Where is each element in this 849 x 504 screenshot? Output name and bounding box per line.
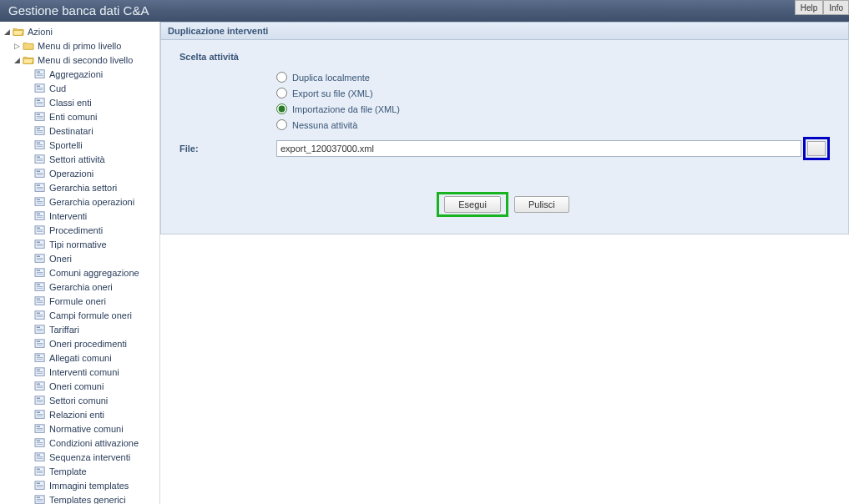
form-icon [33, 253, 47, 265]
button-row: Esegui Pulisci [179, 192, 830, 217]
esegui-button[interactable]: Esegui [444, 196, 501, 213]
sidebar-item-comuni-aggregazione[interactable]: Comuni aggregazione [0, 265, 159, 280]
form-icon [33, 494, 47, 505]
svg-rect-57 [37, 270, 40, 270]
sidebar-item-campi-formule-oneri[interactable]: Campi formule oneri [0, 308, 159, 322]
svg-rect-10 [37, 102, 43, 103]
sidebar-item-label: Normative comuni [49, 424, 158, 434]
file-row: File: [179, 137, 830, 160]
form-icon [33, 381, 47, 392]
sidebar-item-label: Aggregazioni [49, 69, 158, 79]
svg-rect-90 [37, 386, 43, 386]
sidebar-item-label: Sequenza interventi [49, 452, 158, 462]
sidebar-item-enti-comuni[interactable]: Enti comuni [0, 109, 159, 123]
sidebar-item-tariffari[interactable]: Tariffari [0, 322, 159, 336]
sidebar-item-tipi-normative[interactable]: Tipi normative [0, 237, 159, 251]
sidebar-item-formule-oneri[interactable]: Formule oneri [0, 294, 159, 308]
svg-rect-109 [37, 454, 40, 455]
sidebar-item-relazioni-enti[interactable]: Relazioni enti [0, 407, 159, 421]
sidebar-item-allegati-comuni[interactable]: Allegati comuni [0, 350, 159, 365]
file-input[interactable] [276, 140, 801, 157]
radio-label: Export su file (XML) [292, 88, 373, 98]
svg-rect-66 [37, 300, 43, 301]
radio-input[interactable] [276, 72, 287, 83]
sidebar-item-gerarchia-oneri[interactable]: Gerarchia oneri [0, 280, 159, 294]
svg-rect-43 [37, 216, 43, 217]
radio-input[interactable] [276, 88, 287, 98]
radio-export-xml[interactable]: Export su file (XML) [276, 88, 830, 98]
sidebar-item-cud[interactable]: Cud [0, 81, 159, 95]
svg-rect-105 [37, 440, 40, 441]
svg-rect-83 [37, 358, 43, 359]
sidebar-item-settori-comuni[interactable]: Settori comuni [0, 393, 159, 407]
radio-input[interactable] [276, 103, 287, 114]
svg-rect-13 [37, 113, 40, 114]
svg-rect-2 [37, 73, 43, 74]
sidebar-item-immagini-templates[interactable]: Immagini templates [0, 478, 159, 492]
svg-rect-17 [37, 128, 40, 129]
tree-menu-secondo-livello[interactable]: ◢ Menu di secondo livello [0, 53, 159, 67]
tree-menu-primo-livello[interactable]: ▷ Menu di primo livello [0, 38, 159, 53]
titlebar-buttons: Help Info [795, 0, 849, 18]
sidebar-item-label: Cud [49, 83, 158, 93]
sidebar-item-operazioni[interactable]: Operazioni [0, 166, 159, 180]
expand-icon[interactable]: ▷ [12, 42, 22, 50]
radio-nessuna-attivita[interactable]: Nessuna attività [276, 119, 830, 130]
svg-rect-89 [37, 383, 40, 384]
svg-rect-86 [37, 371, 43, 372]
highlight-esegui: Esegui [437, 192, 508, 217]
form-icon [33, 395, 47, 406]
svg-rect-31 [37, 174, 43, 174]
collapse-icon[interactable]: ◢ [12, 56, 22, 64]
form-icon [33, 168, 47, 179]
folder-icon [22, 40, 35, 52]
sidebar-item-procedimenti[interactable]: Procedimenti [0, 223, 159, 237]
sidebar-item-interventi[interactable]: Interventi [0, 209, 159, 223]
radio-duplica-localmente[interactable]: Duplica localmente [276, 72, 830, 83]
sidebar-item-normative-comuni[interactable]: Normative comuni [0, 421, 159, 436]
svg-rect-46 [37, 229, 43, 230]
panel-body: Scelta attività Duplica localmente Expor… [160, 40, 849, 234]
tree-label: Menu di primo livello [38, 41, 158, 51]
sidebar-item-sequenza-interventi[interactable]: Sequenza interventi [0, 450, 159, 464]
svg-rect-55 [37, 259, 43, 260]
svg-rect-67 [37, 301, 43, 302]
radio-import-xml[interactable]: Importazione da file (XML) [276, 103, 830, 114]
form-icon [33, 196, 47, 208]
sidebar-item-sportelli[interactable]: Sportelli [0, 138, 159, 152]
svg-rect-29 [37, 170, 40, 171]
sidebar-item-label: Gerarchia operazioni [49, 197, 158, 207]
form-icon [33, 125, 47, 137]
help-button[interactable]: Help [795, 0, 824, 15]
sidebar-item-templates-generici[interactable]: Templates generici [0, 492, 159, 504]
sidebar-item-destinatari[interactable]: Destinatari [0, 123, 159, 138]
svg-rect-22 [37, 144, 43, 145]
svg-rect-102 [37, 428, 43, 429]
content-area: Duplicazione interventi Scelta attività … [160, 22, 849, 504]
sidebar-item-oneri[interactable]: Oneri [0, 251, 159, 265]
sidebar-item-interventi-comuni[interactable]: Interventi comuni [0, 365, 159, 379]
sidebar-item-label: Tariffari [49, 325, 158, 335]
sidebar-item-oneri-procedimenti[interactable]: Oneri procedimenti [0, 336, 159, 350]
sidebar-item-condizioni-attivazione[interactable]: Condizioni attivazione [0, 436, 159, 450]
svg-rect-30 [37, 173, 43, 174]
sidebar-item-aggregazioni[interactable]: Aggregazioni [0, 67, 159, 81]
info-button[interactable]: Info [823, 0, 849, 15]
sidebar-item-oneri-comuni[interactable]: Oneri comuni [0, 379, 159, 393]
svg-rect-50 [37, 244, 43, 244]
tree-root-azioni[interactable]: ◢ Azioni [0, 24, 159, 38]
browse-button[interactable] [807, 141, 826, 156]
sidebar-item-template[interactable]: Template [0, 464, 159, 478]
sidebar-item-label: Operazioni [49, 169, 158, 179]
sidebar-item-gerarchia-operazioni[interactable]: Gerarchia operazioni [0, 194, 159, 209]
sidebar-item-settori-attivit-[interactable]: Settori attività [0, 152, 159, 166]
sidebar-item-label: Template [49, 466, 158, 476]
sidebar-item-label: Relazioni enti [49, 410, 158, 420]
sidebar-item-gerarchia-settori[interactable]: Gerarchia settori [0, 180, 159, 194]
collapse-icon[interactable]: ◢ [2, 28, 12, 36]
svg-rect-33 [37, 184, 40, 185]
sidebar-item-classi-enti[interactable]: Classi enti [0, 95, 159, 109]
pulisci-button[interactable]: Pulisci [514, 196, 569, 213]
svg-rect-114 [37, 471, 43, 471]
radio-input[interactable] [276, 119, 287, 130]
